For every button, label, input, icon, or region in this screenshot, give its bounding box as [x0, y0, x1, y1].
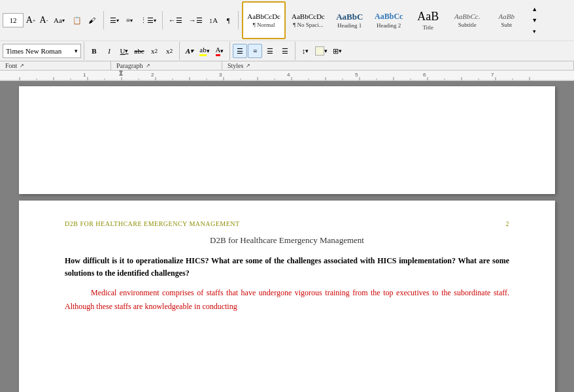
strikethrough-button[interactable]: abc — [132, 44, 146, 58]
styles-expand-icon[interactable]: ↗ — [246, 63, 250, 69]
style-subtitle-label: Subtitle — [458, 22, 477, 28]
style-subtitle[interactable]: AaBbCc. Subtitle — [448, 1, 486, 39]
page-header: D2B FOR HEALTHCARE EMERGENCY MANAGEMENT … — [65, 220, 509, 227]
page-number: 2 — [506, 220, 510, 227]
style-heading1-label: Heading 1 — [337, 22, 362, 29]
style-subtitle-preview: AaBbCc. — [454, 12, 480, 21]
numbering-button[interactable]: ≡▾ — [123, 13, 136, 27]
font-section-label: Font ↗ — [0, 61, 111, 70]
paragraph-expand-icon[interactable]: ↗ — [146, 63, 150, 69]
bold-button[interactable]: B — [87, 44, 101, 58]
line-spacing-button[interactable]: ↕▾ — [298, 44, 312, 58]
borders-button[interactable]: ⊞▾ — [330, 44, 345, 58]
ruler: 1 2 3 4 5 6 — [0, 71, 574, 81]
svg-text:2: 2 — [151, 72, 154, 78]
increase-indent-button[interactable]: →☰ — [186, 13, 205, 27]
page-header-left: D2B FOR HEALTHCARE EMERGENCY MANAGEMENT — [65, 220, 240, 227]
styles-label-text: Styles — [228, 62, 243, 69]
style-heading1[interactable]: AaBbC Heading 1 — [331, 1, 369, 39]
svg-text:4: 4 — [287, 72, 290, 78]
style-title[interactable]: AaB Title — [409, 1, 447, 39]
style-subtle[interactable]: AaBb Subt — [488, 1, 526, 39]
highlight-color-button[interactable]: ab ▾ — [197, 44, 212, 58]
paragraph-label-text: Paragraph — [116, 62, 143, 69]
font-grow-button[interactable]: A+ — [25, 14, 37, 26]
styles-more-button[interactable]: ▾ — [528, 26, 541, 37]
separator3 — [238, 11, 239, 29]
subscript-button[interactable]: x2 — [147, 44, 161, 58]
align-center-button[interactable]: ≡ — [248, 44, 262, 58]
font-name-dropdown[interactable]: Times New Roman ▾ — [3, 44, 81, 58]
text-effects-button[interactable]: A▾ — [182, 44, 197, 58]
document-area: D2B FOR HEALTHCARE EMERGENCY MANAGEMENT … — [0, 81, 574, 392]
style-heading2-label: Heading 2 — [377, 22, 401, 29]
separator1 — [103, 11, 104, 29]
font-name-arrow: ▾ — [75, 48, 78, 54]
svg-text:3: 3 — [219, 72, 222, 78]
separator6 — [229, 42, 230, 60]
separator7 — [295, 42, 295, 60]
styles-scroll-up-button[interactable]: ▲ — [528, 4, 541, 14]
page-body: Medical environment comprises of staffs … — [65, 286, 509, 313]
style-normal-preview: AaBbCcDc — [247, 12, 280, 21]
svg-text:7: 7 — [491, 72, 494, 78]
italic-button[interactable]: I — [102, 44, 116, 58]
style-subtle-label: Subt — [501, 22, 512, 28]
style-title-label: Title — [422, 24, 433, 31]
align-left-button[interactable]: ☰ — [233, 44, 247, 58]
page-2: D2B FOR HEALTHCARE EMERGENCY MANAGEMENT … — [19, 201, 555, 392]
superscript-button[interactable]: x2 — [162, 44, 177, 58]
styles-scroll-down-button[interactable]: ▼ — [528, 15, 541, 25]
page-title: D2B for Healthcare Emergency Management — [65, 235, 509, 246]
separator2 — [162, 11, 163, 29]
style-title-preview: AaB — [417, 10, 439, 24]
style-no-spacing[interactable]: AaBbCcDc ¶ No Spaci... — [287, 1, 329, 39]
style-heading2[interactable]: AaBbCc Heading 2 — [370, 1, 408, 39]
page-1 — [19, 86, 555, 194]
show-formatting-button[interactable]: ¶ — [222, 13, 235, 27]
style-heading1-preview: AaBbC — [336, 12, 363, 22]
multilevel-list-button[interactable]: ⋮☰▾ — [137, 13, 159, 27]
style-no-spacing-label: ¶ No Spaci... — [293, 22, 323, 28]
shading-button[interactable]: ▾ — [313, 44, 329, 58]
svg-text:6: 6 — [423, 72, 426, 78]
separator4 — [84, 42, 84, 60]
style-no-spacing-preview: AaBbCcDc — [292, 12, 325, 21]
align-right-button[interactable]: ☰ — [263, 44, 277, 58]
ribbon-section-labels: Font ↗ Paragraph ↗ Styles ↗ — [0, 61, 574, 70]
font-label-text: Font — [5, 62, 17, 69]
styles-section-label: Styles ↗ — [222, 61, 574, 70]
separator5 — [179, 42, 180, 60]
paste-button[interactable]: 📋 — [70, 13, 84, 27]
font-color-button[interactable]: A ▾ — [212, 44, 227, 58]
style-subtle-preview: AaBb — [498, 12, 514, 21]
change-case-button[interactable]: Aa▾ — [51, 13, 67, 27]
sort-button[interactable]: ↕A — [207, 13, 220, 27]
decrease-indent-button[interactable]: ←☰ — [166, 13, 185, 27]
style-normal-label: ¶ Normal — [253, 22, 275, 28]
style-heading2-preview: AaBbCc — [375, 12, 403, 21]
font-size-input[interactable]: 12 — [3, 13, 24, 27]
styles-gallery: AaBbCcDc ¶ Normal AaBbCcDc ¶ No Spaci...… — [242, 1, 571, 39]
justify-button[interactable]: ☰ — [278, 44, 292, 58]
font-expand-icon[interactable]: ↗ — [20, 63, 24, 69]
svg-text:1: 1 — [83, 72, 86, 78]
style-normal[interactable]: AaBbCcDc ¶ Normal — [242, 1, 286, 39]
page-heading: How difficult is it to operationalize HI… — [65, 255, 509, 280]
paragraph-section-label: Paragraph ↗ — [111, 61, 222, 70]
svg-text:5: 5 — [355, 72, 358, 78]
underline-button[interactable]: U▾ — [117, 44, 131, 58]
font-shrink-button[interactable]: A- — [38, 14, 50, 26]
ribbon: 12 A+ A- Aa▾ 📋 🖌 ☰▾ ≡▾ ⋮☰▾ ←☰ →☰ ↕A ¶ Aa… — [0, 0, 574, 71]
font-name-value: Times New Roman — [6, 47, 75, 55]
bullets-button[interactable]: ☰▾ — [107, 13, 122, 27]
format-painter-button[interactable]: 🖌 — [86, 13, 99, 27]
